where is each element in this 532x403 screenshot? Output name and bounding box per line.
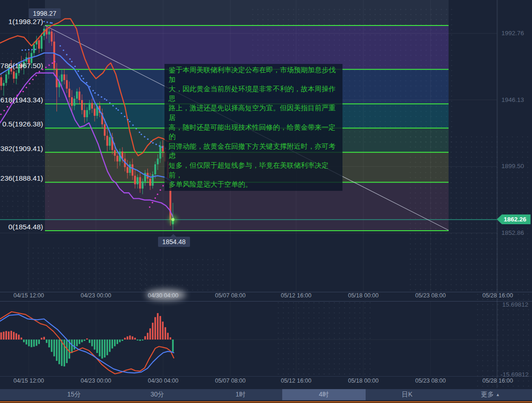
time-label: 04/15 12:00 xyxy=(5,292,53,299)
panel-divider xyxy=(0,292,532,292)
panel-divider xyxy=(0,376,532,377)
time-label: 05/18 00:00 xyxy=(339,378,387,384)
timeframe-button-1d[interactable]: 日K xyxy=(366,389,449,400)
current-price-badge: 1862.26 xyxy=(497,214,531,224)
time-label: 04/30 04:00 xyxy=(139,292,187,299)
price-axis-label: 1899.50 xyxy=(501,163,529,170)
low-price-tooltip: 1854.48 xyxy=(158,237,190,247)
time-label: 05/18 00:00 xyxy=(339,292,387,299)
fib-label-0786: 0.786(1967.50) xyxy=(0,62,43,70)
panel-divider xyxy=(0,301,532,302)
timeframe-button-30m[interactable]: 30分 xyxy=(116,389,199,400)
time-label: 05/12 16:00 xyxy=(272,378,320,384)
indicator-min-label: -15.69812 xyxy=(500,371,528,378)
timeframe-button-4h[interactable]: 4时 xyxy=(282,389,366,400)
high-price-tooltip: 1998.27 xyxy=(29,8,61,19)
fib-label-0: 0(1854.48) xyxy=(8,223,43,231)
price-axis-label: 1946.13 xyxy=(501,96,529,103)
time-label: 05/07 08:00 xyxy=(206,292,254,299)
time-label: 05/23 08:00 xyxy=(406,378,455,384)
indicator-max-label: 15.69812 xyxy=(500,301,528,308)
trading-chart-window: 1(1998.27) 0.786(1967.50) 0.618(1943.34)… xyxy=(0,0,532,403)
price-axis-label: 1852.86 xyxy=(501,229,529,236)
time-label: 04/23 00:00 xyxy=(72,292,120,299)
fib-label-1: 1(1998.27) xyxy=(8,18,43,26)
timeframe-button-1h[interactable]: 1时 xyxy=(199,389,282,400)
fib-label-0236: 0.236(1888.41) xyxy=(0,174,43,183)
time-label: 05/12 16:00 xyxy=(272,292,320,299)
time-label: 04/15 12:00 xyxy=(5,378,53,384)
chevron-up-icon: ▲ xyxy=(496,392,500,397)
time-label: 05/28 16:00 xyxy=(474,292,522,299)
analysis-annotation[interactable]: 鉴于本周美联储利率决定公布在即，市场预期加息步伐加 大，因此黄金当前所处环境是非… xyxy=(165,64,342,191)
last-price-glow-dot xyxy=(169,215,177,224)
fib-label-0382: 0.382(1909.41) xyxy=(0,145,43,153)
chart-canvas[interactable] xyxy=(0,0,532,403)
timeframe-button-15m[interactable]: 15分 xyxy=(32,389,116,400)
time-label: 04/23 00:00 xyxy=(72,378,120,384)
price-axis-label: 1992.76 xyxy=(501,30,529,37)
timeframe-button-more[interactable]: 更多 ▲ xyxy=(449,389,532,400)
time-label: 04/30 04:00 xyxy=(139,378,187,384)
macd-histogram xyxy=(0,313,497,366)
fib-label-0618: 0.618(1943.34) xyxy=(0,96,43,104)
price-axis-line xyxy=(497,0,497,388)
time-label: 05/07 08:00 xyxy=(206,378,254,384)
time-label: 05/23 08:00 xyxy=(406,292,455,299)
timeframe-toolbar: 15分 30分 1时 4时 日K 更多 ▲ xyxy=(0,389,532,400)
fib-label-05: 0.5(1926.38) xyxy=(2,120,43,128)
more-button-label: 更多 xyxy=(481,390,494,399)
time-label: 05/28 16:00 xyxy=(474,378,522,384)
